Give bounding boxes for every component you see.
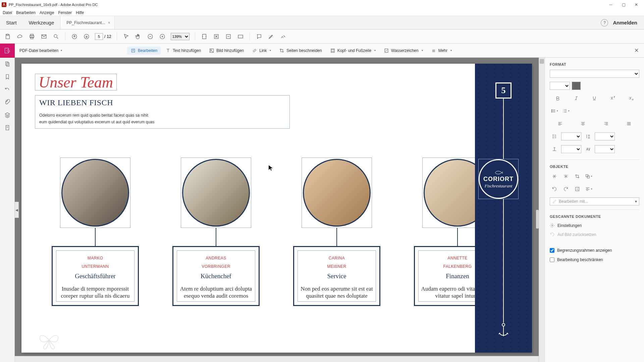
font-family-select[interactable] [550,70,639,78]
rotate-cw-icon[interactable] [561,185,571,193]
sign-icon[interactable] [279,33,287,40]
superscript-icon[interactable] [605,94,621,103]
close-editbar-icon[interactable]: ✕ [632,47,641,54]
subscript-icon[interactable] [623,94,639,103]
link-action[interactable]: Link [249,47,274,55]
align-center-icon[interactable] [573,119,593,128]
line-spacing-icon[interactable] [550,132,559,141]
char-spacing-select[interactable] [595,145,615,153]
scan-settings-link[interactable]: Einstellungen [550,222,639,229]
member-card[interactable]: MARKOUNTERMANN Geschäftsführer Inusdae d… [52,246,139,306]
watermark-action[interactable]: Wasserzeichen [380,47,426,55]
bold-icon[interactable] [550,94,566,103]
edit-action[interactable]: Bearbeiten [127,47,161,55]
bookmarks-panel-icon[interactable] [4,73,11,80]
number-list-icon[interactable] [561,107,571,115]
arrange-icon[interactable] [584,172,593,181]
align-right-icon[interactable] [596,119,616,128]
italic-icon[interactable] [568,94,585,103]
comment-icon[interactable] [255,33,263,40]
layers-panel-icon[interactable] [4,111,11,119]
menu-file[interactable]: Datei [3,10,12,15]
fit-width-icon[interactable] [201,33,208,40]
page-script-title[interactable]: Unser Team [35,74,117,90]
content-panel-icon[interactable] [4,124,11,131]
align-left-icon[interactable] [550,119,571,128]
rotate-ccw-icon[interactable] [550,185,559,193]
login-button[interactable]: Anmelden [613,20,644,25]
more-action[interactable]: Mehr [428,47,455,55]
save-icon[interactable] [4,33,11,40]
fit-page-icon[interactable] [213,33,220,40]
collapse-right-handle[interactable] [536,210,539,229]
replace-image-icon[interactable] [573,185,582,193]
reflow-icon[interactable] [225,33,232,40]
add-text-action[interactable]: Text hinzufügen [162,47,204,55]
flip-horizontal-icon[interactable] [561,172,571,181]
horizontal-scale-icon[interactable] [550,145,559,154]
attachments-panel-icon[interactable] [4,99,11,106]
font-color-swatch[interactable] [572,82,581,90]
photo-frame[interactable] [60,158,130,228]
flip-vertical-icon[interactable] [550,172,559,181]
page-input[interactable] [95,33,103,40]
header-footer-action[interactable]: Kopf- und Fußzeile [327,47,379,55]
vertical-scrollbar[interactable] [539,58,545,362]
horizontal-scale-select[interactable] [561,145,581,153]
edit-with-select[interactable]: Bearbeiten mit...▾ [550,197,639,205]
next-page-icon[interactable] [83,33,90,40]
collapse-left-icon[interactable]: ◀ [15,202,19,218]
crop-object-icon[interactable] [573,172,582,181]
pages-panel-icon[interactable] [4,60,11,68]
zoom-select[interactable]: 139% [171,33,190,40]
char-spacing-icon[interactable] [583,145,593,154]
menu-window[interactable]: Fenster [58,10,72,15]
print-icon[interactable] [28,33,36,40]
paragraph-spacing-icon[interactable] [583,132,593,141]
member-card[interactable]: ANDREASVORBRINGER Küchenchef Atem re dol… [172,246,260,306]
close-window-button[interactable]: ✕ [634,2,639,7]
maximize-button[interactable]: ▢ [621,2,626,7]
text-block[interactable]: WIR LIEBEN FISCH Odelorro excerum rem qu… [35,95,290,129]
document-area[interactable]: ◀ Unser Team WIR LIEBEN FISCH Odelorro e… [15,58,545,362]
menu-help[interactable]: Hilfe [76,10,84,15]
menu-edit[interactable]: Bearbeiten [16,10,36,15]
minimize-button[interactable]: ─ [608,2,613,7]
align-objects-icon[interactable] [584,185,593,193]
line-spacing-select[interactable] [561,132,581,140]
crop-action[interactable]: Seiten beschneiden [276,47,325,55]
highlight-icon[interactable] [267,33,275,40]
hand-icon[interactable] [135,33,142,40]
photo-frame[interactable] [302,158,372,228]
show-bbox-checkbox[interactable]: Begrenzungsrahmen anzeigen [550,248,639,253]
restrict-editing-checkbox[interactable]: Bearbeitung beschränken [550,257,639,262]
tab-tools[interactable]: Werkzeuge [23,16,60,29]
photo-frame[interactable] [181,158,251,228]
menu-view[interactable]: Anzeige [40,10,54,15]
mail-icon[interactable] [40,33,48,40]
search-icon[interactable] [52,33,60,40]
tab-document[interactable]: PP_Fischrestaurant... × [60,16,114,29]
read-mode-icon[interactable] [237,33,244,40]
horizontal-scrollbar[interactable] [15,356,539,362]
cloud-icon[interactable] [16,33,23,40]
brand-logo[interactable]: CORIORT Fischrestaurant [479,159,518,199]
font-size-select[interactable] [550,82,570,90]
add-image-action[interactable]: Bild hinzufügen [206,47,247,55]
help-icon[interactable]: ? [601,19,608,26]
pointer-icon[interactable] [122,33,130,40]
edit-pdf-tool-badge[interactable] [0,44,15,58]
tab-close-icon[interactable]: × [108,20,110,25]
paragraph-spacing-select[interactable] [595,132,615,140]
zoom-in-icon[interactable] [159,33,166,40]
bullet-list-icon[interactable] [550,107,559,115]
svg-rect-16 [131,49,135,52]
edit-pdf-title[interactable]: PDF-Datei bearbeiten [17,48,64,53]
member-card[interactable]: CARINAMEIßNER Service Non ped eos aperum… [293,246,380,306]
undo-icon[interactable] [4,86,11,93]
align-justify-icon[interactable] [619,119,639,128]
zoom-out-icon[interactable] [147,33,154,40]
underline-icon[interactable] [586,94,603,103]
tab-start[interactable]: Start [0,16,23,29]
prev-page-icon[interactable] [71,33,78,40]
